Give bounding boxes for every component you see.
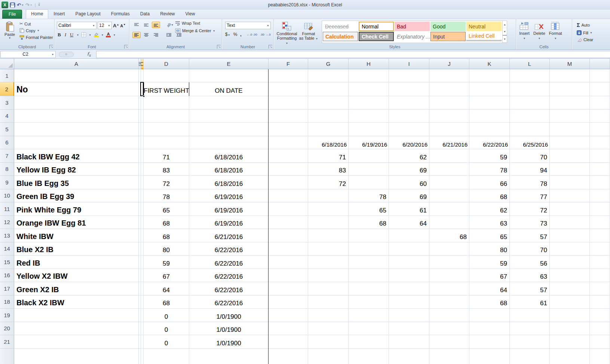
cell-G3[interactable] (308, 96, 349, 110)
cell-E17[interactable]: 6/22/2016 (189, 282, 269, 296)
cell-E7[interactable]: 6/18/2016 (189, 149, 269, 163)
cell-K7[interactable]: 59 (469, 149, 510, 163)
cell-N19[interactable] (590, 309, 610, 322)
cell-I5[interactable] (389, 123, 429, 136)
cell-I[interactable] (389, 349, 429, 364)
cell-N13[interactable] (590, 229, 610, 242)
cell-A21[interactable] (14, 335, 139, 349)
cell-G5[interactable] (308, 123, 349, 136)
underline-dropdown-icon[interactable]: ▼ (76, 34, 79, 36)
cell-D12[interactable]: 68 (144, 216, 189, 229)
paste-button[interactable]: Paste ▼ (1, 21, 18, 45)
cell-A18[interactable]: Black X2 IBW (14, 296, 139, 309)
cell-A10[interactable]: Green IB Egg 39 (14, 189, 139, 203)
cell-H[interactable] (349, 349, 389, 364)
decrease-indent-button[interactable] (165, 32, 173, 38)
cell-L6[interactable]: 6/25/2016 (510, 136, 550, 150)
cell-H8[interactable] (349, 163, 389, 176)
borders-dropdown-icon[interactable]: ▼ (89, 34, 91, 36)
cell-M4[interactable] (550, 110, 590, 123)
cell-A4[interactable] (14, 110, 139, 123)
cell-L8[interactable]: 94 (510, 163, 550, 176)
cell-L19[interactable] (510, 309, 550, 322)
cell-L20[interactable] (510, 322, 550, 336)
cell-A7[interactable]: Black IBW Egg 42 (14, 149, 139, 163)
cell-F9[interactable] (269, 176, 308, 189)
cell-F[interactable] (269, 349, 308, 364)
copy-button[interactable]: Copy▼ (19, 28, 53, 33)
cell-G11[interactable] (308, 202, 349, 216)
cell-F20[interactable] (269, 322, 308, 336)
save-icon[interactable] (10, 2, 15, 8)
cell-I9[interactable]: 60 (389, 176, 429, 189)
gallery-more-icon[interactable]: ▼ (503, 35, 507, 43)
style-deceased[interactable]: Deceased (323, 22, 358, 31)
name-box[interactable]: C2 ▼ (0, 51, 56, 58)
cell-G20[interactable] (308, 322, 349, 336)
style-bad[interactable]: Bad (395, 22, 430, 31)
cell-F10[interactable] (269, 189, 308, 203)
cell-K15[interactable]: 59 (469, 256, 510, 269)
cell-H12[interactable]: 68 (349, 216, 389, 229)
formula-input[interactable] (96, 51, 610, 58)
cell-N4[interactable] (590, 110, 610, 123)
cell-F21[interactable] (269, 335, 308, 349)
cell-I8[interactable]: 69 (389, 163, 429, 176)
cell-I10[interactable]: 69 (389, 189, 429, 203)
cell-J18[interactable] (429, 296, 469, 309)
cell-G4[interactable] (308, 110, 349, 123)
cell-J9[interactable] (429, 176, 469, 189)
row-header-10[interactable]: 10 (0, 189, 14, 203)
cell-J1[interactable] (429, 69, 469, 82)
cell-M16[interactable] (550, 269, 590, 282)
style-check[interactable]: Check Cell (359, 32, 394, 41)
bold-button[interactable]: B (57, 32, 62, 38)
cell-C1[interactable] (141, 69, 144, 82)
cell-N18[interactable] (590, 296, 610, 309)
cell-A[interactable] (14, 349, 139, 364)
cell-C18[interactable] (141, 296, 144, 309)
row-header-5[interactable]: 5 (0, 123, 14, 136)
cell-A6[interactable] (14, 136, 139, 150)
cell-D9[interactable]: 72 (144, 176, 189, 189)
fill-color-button[interactable] (94, 33, 99, 37)
row-header-6[interactable]: 6 (0, 136, 14, 150)
cell-F16[interactable] (269, 269, 308, 282)
cell-E21[interactable]: 1/0/1900 (189, 335, 269, 349)
cell-G15[interactable] (308, 256, 349, 269)
cell-I16[interactable] (389, 269, 429, 282)
cell-M11[interactable] (550, 202, 590, 216)
cell-H3[interactable] (349, 96, 389, 110)
align-left-button[interactable] (132, 32, 141, 38)
cell-K13[interactable]: 65 (469, 229, 510, 242)
font-color-button[interactable]: A (106, 33, 111, 37)
clipboard-dialog-launcher-icon[interactable]: ↘ (49, 45, 53, 49)
currency-button[interactable]: $▼ (225, 32, 230, 37)
cell-G14[interactable] (308, 242, 349, 256)
cell-C5[interactable] (141, 123, 144, 136)
cell-M9[interactable] (550, 176, 590, 189)
cell-G8[interactable]: 83 (308, 163, 349, 176)
cell-M20[interactable] (550, 322, 590, 336)
cell-F3[interactable] (269, 96, 308, 110)
cell-M19[interactable] (550, 309, 590, 322)
cell-A13[interactable]: White IBW (14, 229, 139, 242)
cell-L16[interactable]: 63 (510, 269, 550, 282)
font-name-combo[interactable]: Calibri▼ (57, 22, 96, 29)
cell-E19[interactable]: 1/0/1900 (189, 309, 269, 322)
col-header-E[interactable]: E (189, 59, 269, 69)
cell-K2[interactable] (469, 82, 510, 96)
cell-C11[interactable] (141, 202, 144, 216)
cell-M17[interactable] (550, 282, 590, 296)
cell-F18[interactable] (269, 296, 308, 309)
cell-M2[interactable] (550, 82, 590, 96)
cell-K14[interactable]: 80 (469, 242, 510, 256)
cell-I1[interactable] (389, 69, 429, 82)
style-neutral[interactable]: Neutral (466, 22, 502, 31)
increase-decimal-button[interactable]: ←.0 .00 (247, 33, 257, 36)
name-box-dropdown-icon[interactable]: ▼ (50, 53, 55, 56)
cell-F7[interactable] (269, 149, 308, 163)
cell-N14[interactable] (590, 242, 610, 256)
cell-H14[interactable] (349, 242, 389, 256)
cell-K12[interactable]: 63 (469, 216, 510, 229)
